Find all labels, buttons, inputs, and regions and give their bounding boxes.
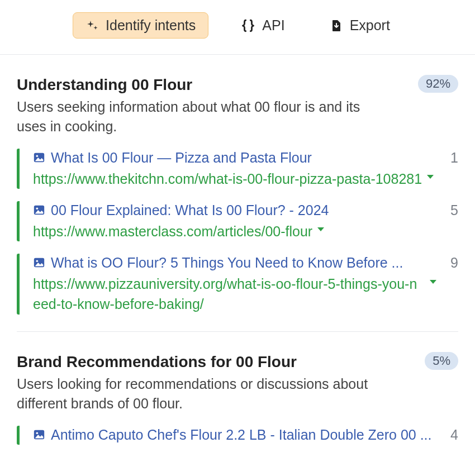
result-url-link[interactable]: https://www.masterclass.com/articles/00-…: [33, 221, 312, 241]
result-rank: 4: [446, 426, 458, 443]
result-rank: 9: [446, 254, 458, 271]
result-title-link[interactable]: Antimo Caputo Chef's Flour 2.2 LB - Ital…: [51, 426, 432, 445]
group-description: Users looking for recommendations or dis…: [17, 374, 374, 413]
svg-point-3: [36, 208, 39, 210]
braces-icon: [241, 18, 255, 33]
download-file-icon: [330, 18, 343, 33]
result-url-link[interactable]: https://www.thekitchn.com/what-is-00-flo…: [33, 169, 422, 189]
dropdown-icon[interactable]: [429, 279, 437, 285]
result-rank: 5: [446, 201, 458, 218]
content: Understanding 00 Flour Users seeking inf…: [0, 55, 475, 445]
image-icon: [33, 256, 45, 269]
result-list: Antimo Caputo Chef's Flour 2.2 LB - Ital…: [17, 426, 458, 445]
result-item: What Is 00 Flour — Pizza and Pasta Flour…: [17, 149, 458, 189]
api-label: API: [262, 18, 284, 32]
group-title: Understanding 00 Flour: [17, 75, 374, 95]
result-item: What is OO Flour? 5 Things You Need to K…: [17, 254, 458, 314]
intent-group: Brand Recommendations for 00 Flour Users…: [17, 331, 458, 445]
result-title-link[interactable]: What is OO Flour? 5 Things You Need to K…: [51, 254, 403, 273]
result-url-link[interactable]: https://www.pizzauniversity.org/what-is-…: [33, 274, 425, 315]
result-title-link[interactable]: 00 Flour Explained: What Is 00 Flour? - …: [51, 201, 329, 220]
identify-intents-button[interactable]: Identify intents: [73, 12, 208, 39]
image-icon: [33, 204, 45, 216]
toolbar: Identify intents API Export: [0, 0, 475, 55]
svg-point-7: [36, 432, 39, 434]
dropdown-icon[interactable]: [317, 227, 325, 232]
image-icon: [33, 429, 45, 441]
export-button[interactable]: Export: [317, 13, 402, 39]
sparkle-icon: [86, 19, 99, 32]
result-item: Antimo Caputo Chef's Flour 2.2 LB - Ital…: [17, 426, 458, 445]
group-title: Brand Recommendations for 00 Flour: [17, 352, 374, 372]
svg-point-1: [36, 155, 39, 158]
dropdown-icon[interactable]: [426, 174, 434, 180]
result-rank: 1: [446, 149, 458, 166]
api-button[interactable]: API: [229, 13, 297, 39]
svg-point-5: [36, 260, 39, 263]
result-list: What Is 00 Flour — Pizza and Pasta Flour…: [17, 149, 458, 314]
identify-intents-label: Identify intents: [106, 18, 196, 32]
intent-group: Understanding 00 Flour Users seeking inf…: [17, 55, 458, 315]
result-title-link[interactable]: What Is 00 Flour — Pizza and Pasta Flour: [51, 149, 312, 168]
percent-badge: 92%: [418, 75, 458, 93]
export-label: Export: [350, 18, 390, 32]
image-icon: [33, 151, 45, 164]
result-item: 00 Flour Explained: What Is 00 Flour? - …: [17, 201, 458, 241]
percent-badge: 5%: [425, 352, 458, 370]
group-description: Users seeking information about what 00 …: [17, 97, 374, 136]
